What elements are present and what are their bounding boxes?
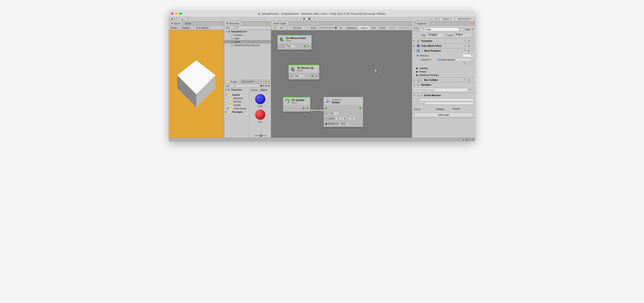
convert-button[interactable]: Convert: [452, 107, 465, 111]
pause-button[interactable]: [307, 17, 312, 21]
layers-dropdown[interactable]: Layers: [440, 17, 454, 21]
help-icon[interactable]: ?: [464, 79, 466, 81]
minimize-window[interactable]: [175, 12, 178, 15]
foldout[interactable]: ▼: [413, 50, 416, 52]
element0-field[interactable]: Default-Material: [437, 58, 473, 61]
graph-home-icon[interactable]: ◎: [279, 26, 284, 30]
enable-checkbox[interactable]: ✓: [421, 79, 423, 81]
enable-checkbox[interactable]: ✓: [421, 50, 423, 52]
hierarchy-tab-menu[interactable]: ⋮: [268, 21, 271, 25]
tab-menu[interactable]: ⋮: [221, 21, 224, 25]
layer-select[interactable]: Default: [454, 33, 474, 37]
flow-output-port[interactable]: [363, 107, 363, 109]
status-icon[interactable]: ▦: [466, 138, 468, 141]
edit-graph-button[interactable]: Edit Graph: [414, 113, 473, 117]
probes-foldout[interactable]: ▶: [416, 70, 418, 73]
active-checkbox[interactable]: ✓: [420, 28, 423, 31]
preset-icon[interactable]: ⇄: [467, 45, 470, 47]
menu-icon[interactable]: ⋮: [471, 45, 474, 47]
close-window[interactable]: [171, 12, 173, 15]
toolbar-values[interactable]: Values: [359, 26, 369, 30]
project-tab-menu[interactable]: ⋮: [268, 80, 271, 84]
tab-project[interactable]: 📁Project: [224, 80, 240, 84]
new-variable-name[interactable]: [414, 88, 468, 92]
step-button[interactable]: [312, 17, 317, 21]
hierarchy-item-light[interactable]: Light: [224, 37, 271, 40]
context-object[interactable]: Cube: [292, 26, 302, 30]
relative-port[interactable]: [324, 123, 324, 125]
toolbar-relations[interactable]: Relations: [346, 26, 358, 30]
layout-dropdown[interactable]: abstract-tall: [455, 17, 474, 21]
asset-grid[interactable]: Cold Hot: [250, 92, 271, 133]
add-variable[interactable]: +: [469, 88, 474, 92]
remove-element[interactable]: −: [467, 63, 471, 66]
grid-size-slider[interactable]: [254, 135, 267, 136]
node-transform-rotate[interactable]: Transform Rotate: [324, 97, 363, 127]
materials-count[interactable]: 1: [462, 54, 473, 57]
folder-scenes[interactable]: 📁 Scenes: [224, 100, 249, 103]
help-icon[interactable]: ?: [464, 40, 466, 42]
source-select[interactable]: Embed: [436, 108, 451, 110]
flow-input-port[interactable]: [324, 107, 324, 109]
enable-checkbox[interactable]: ✓: [421, 94, 423, 97]
status-icon[interactable]: ✦: [462, 138, 464, 141]
hierarchy-item-cube[interactable]: Cube: [224, 40, 271, 44]
breadcrumb[interactable]: Assets › Materi: [250, 88, 271, 92]
hierarchy-tree[interactable]: ▼ ◈ SampleScene* ⋮ Camera Light Cube: [224, 30, 271, 80]
folder-unityvisual[interactable]: ▶📁 Unity.Visual: [224, 107, 249, 110]
hidden-icon[interactable]: 👁: [265, 85, 268, 87]
game-canvas[interactable]: [169, 30, 224, 138]
foldout[interactable]: ▶: [413, 45, 416, 47]
lighting-foldout[interactable]: ▶: [416, 67, 418, 70]
static-checkbox[interactable]: [460, 28, 464, 31]
hierarchy-search[interactable]: 🔍 All: [230, 26, 270, 30]
cloud-button[interactable]: ☁: [180, 17, 185, 21]
foldout[interactable]: ▼: [413, 84, 416, 86]
lock-icon[interactable]: 🔒: [469, 21, 472, 25]
foldout[interactable]: ▶: [413, 79, 416, 81]
flow-output-port[interactable]: [316, 75, 318, 77]
help-icon[interactable]: ?: [464, 50, 466, 52]
euler-x[interactable]: 0: [336, 117, 342, 120]
materials-foldout[interactable]: ▼: [416, 54, 418, 57]
target-field[interactable]: This: [328, 112, 339, 115]
relative-field[interactable]: World: [339, 122, 350, 125]
node-on-update[interactable]: On Update Event: [283, 97, 310, 112]
tab-inspector[interactable]: ⓘInspector: [412, 21, 429, 25]
node-on-mouse-down[interactable]: On Mouse Down Event This: [278, 35, 312, 50]
foldout[interactable]: ▶: [413, 40, 416, 42]
node-on-mouse-up[interactable]: On Mouse Up Event This: [288, 65, 319, 80]
folder-scripts[interactable]: 📁 Scripts: [224, 103, 249, 107]
favorites-row[interactable]: ▶★ Favorites: [224, 88, 249, 91]
menu-icon[interactable]: ⋮: [471, 50, 474, 52]
braces-icon[interactable]: ‹ ›: [285, 26, 290, 30]
assets-row[interactable]: ▼📁 Assets: [224, 93, 249, 97]
toolbar-distribute[interactable]: Distribute: [398, 26, 410, 30]
gameobject-name-field[interactable]: [424, 28, 459, 31]
inspector-body[interactable]: ✓ Static Tag Untagged Layer Default: [412, 26, 475, 138]
hierarchy-create[interactable]: +▾: [225, 26, 229, 30]
add-element[interactable]: +: [463, 63, 467, 66]
game-mode-select[interactable]: Game: [170, 26, 180, 30]
preset-icon[interactable]: ⇄: [467, 79, 470, 81]
zoom-slider[interactable]: [319, 28, 337, 28]
folder-materials[interactable]: 📁 Materials: [224, 97, 249, 100]
asset-cold[interactable]: Cold: [254, 94, 267, 107]
help-icon[interactable]: ?: [464, 45, 466, 47]
filter-icon[interactable]: ◉: [260, 84, 262, 87]
input-port[interactable]: [288, 75, 290, 77]
status-icon[interactable]: ⊘: [472, 138, 474, 141]
addsettings-foldout[interactable]: ▶: [416, 74, 418, 77]
tab-script-graph[interactable]: Script Graph: [271, 21, 289, 25]
flow-edge[interactable]: [312, 110, 322, 111]
graph-tab-menu[interactable]: ⋮: [408, 21, 412, 25]
graph-canvas[interactable]: On Mouse Down Event This: [271, 30, 412, 138]
maximize-window[interactable]: [179, 12, 182, 15]
undo-history-button[interactable]: ↺: [428, 17, 433, 21]
inspector-tab-menu[interactable]: ⋮: [472, 21, 475, 25]
packages-row[interactable]: ▶📁 Packages: [224, 110, 249, 114]
scene-row[interactable]: ▼ ◈ SampleScene* ⋮: [224, 30, 271, 33]
toolbar-carry[interactable]: Carry: [378, 26, 386, 30]
fav-icon[interactable]: ★: [268, 84, 270, 87]
account-dropdown[interactable]: ◉D: [170, 17, 179, 21]
